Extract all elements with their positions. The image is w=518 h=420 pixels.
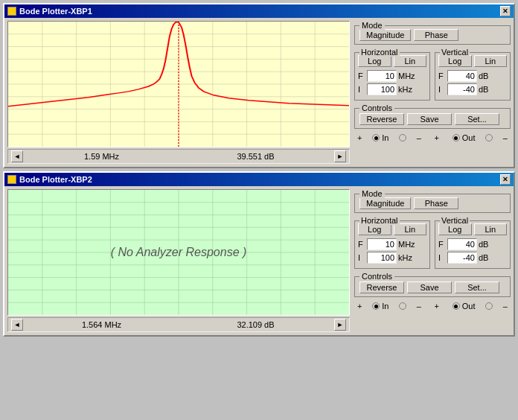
mode-label-xbp2: Mode [359,189,385,198]
save-button-xbp2[interactable]: Save [407,281,452,293]
h-f-label-xbp1: F [358,71,365,80]
in-minus-radio-xbp1 [399,134,406,141]
v-i-row-xbp2: I dB [438,252,507,264]
v-i-label-xbp1: I [438,85,446,94]
status-db-xbp2: 32.109 dB [180,320,331,329]
mode-buttons-xbp1: Magnitude Phase [359,29,505,41]
v-i-row-xbp1: I dB [438,83,507,95]
v-log-button-xbp2[interactable]: Log [438,223,472,235]
plot-canvas-xbp2: ( No Analyzer Response ) [7,189,350,316]
vertical-label-xbp2: Vertical [440,216,470,225]
plus-in-label-xbp2: + [357,302,362,311]
h-f-unit-xbp2: MHz [398,240,419,249]
hv-row-xbp1: Horizontal Log Lin F MHz I [354,48,511,101]
h-f-label-xbp2: F [358,240,365,249]
h-i-label-xbp1: I [358,85,365,94]
controls-buttons-xbp2: Reverse Save Set... [359,281,505,293]
magnitude-button-xbp2[interactable]: Magnitude [359,197,411,209]
h-i-input-xbp2[interactable] [367,252,397,264]
v-lin-button-xbp1[interactable]: Lin [474,55,508,67]
horizontal-buttons-xbp2: Log Lin [358,223,426,235]
title-bar-xbp2: Bode Plotter-XBP2 ✕ [4,173,514,186]
v-f-label-xbp2: F [438,240,446,249]
vertical-box-xbp1: Vertical Log Lin F dB I [435,52,511,101]
h-f-row-xbp2: F MHz [358,238,426,250]
h-lin-button-xbp2[interactable]: Lin [394,223,427,235]
out-radio-dot-xbp2[interactable] [453,302,460,310]
h-log-button-xbp2[interactable]: Log [358,223,391,235]
in-radio-dot-xbp2[interactable] [372,302,380,310]
close-button-xbp2[interactable]: ✕ [500,174,511,185]
left-arrow-xbp1[interactable]: ◄ [11,150,23,162]
controls-label-xbp1: Controls [359,104,394,112]
h-i-label-xbp2: I [358,253,365,262]
left-arrow-xbp2[interactable]: ◄ [11,319,23,331]
reverse-button-xbp1[interactable]: Reverse [359,113,404,125]
v-log-button-xbp1[interactable]: Log [438,55,472,67]
h-i-input-xbp1[interactable] [367,83,397,95]
window-icon-xbp2 [7,175,16,184]
reverse-button-xbp2[interactable]: Reverse [359,281,404,293]
minus-out-label-xbp2: – [503,302,508,311]
window-title-xbp2: Bode Plotter-XBP2 [19,175,92,184]
in-radio-dot-xbp1[interactable] [372,134,380,141]
window-title-xbp1: Bode Plotter-XBP1 [19,7,92,16]
vertical-box-xbp2: Vertical Log Lin F dB I [435,220,511,269]
h-i-unit-xbp2: kHz [398,253,419,262]
h-f-input-xbp2[interactable] [367,238,397,250]
io-row-xbp1: + In – + Out [354,132,511,144]
save-button-xbp1[interactable]: Save [407,113,452,125]
out-radio-xbp1: Out [453,133,476,142]
horizontal-label-xbp2: Horizontal [359,216,400,225]
phase-button-xbp2[interactable]: Phase [414,197,458,209]
title-bar-xbp1: Bode Plotter-XBP1 ✕ [4,4,514,18]
right-arrow-xbp1[interactable]: ► [334,150,346,162]
plot-canvas-xbp1 [7,21,350,147]
in-label-xbp2: In [382,302,388,311]
controls-panel-xbp1: Mode Magnitude Phase Horizontal Log Lin [354,21,511,164]
right-arrow-xbp2[interactable]: ► [334,319,346,331]
out-minus-radio-xbp2 [485,302,493,310]
mode-group-xbp2: Mode Magnitude Phase [354,194,511,213]
v-i-unit-xbp1: dB [479,85,499,94]
in-radio-xbp1: In [372,133,388,142]
out-radio-dot-xbp1[interactable] [453,134,460,141]
v-f-input-xbp2[interactable] [447,238,477,250]
v-lin-button-xbp2[interactable]: Lin [474,223,508,235]
controls-group-xbp2: Controls Reverse Save Set... [354,276,511,297]
close-button-xbp1[interactable]: ✕ [500,6,511,16]
v-f-row-xbp2: F dB [438,238,507,250]
status-freq-xbp2: 1.564 MHz [26,320,177,329]
controls-label-xbp2: Controls [359,272,394,281]
phase-button-xbp1[interactable]: Phase [414,29,458,41]
set-button-xbp1[interactable]: Set... [455,113,499,125]
v-i-input-xbp2[interactable] [447,252,477,264]
h-lin-button-xbp1[interactable]: Lin [394,55,427,67]
out-label-xbp1: Out [462,133,476,142]
mode-buttons-xbp2: Magnitude Phase [359,197,505,209]
in-minus-radio-dot-xbp2[interactable] [399,302,406,310]
status-db-xbp1: 39.551 dB [180,152,331,161]
io-row-xbp2: + In – + Out [354,300,511,312]
out-label-xbp2: Out [462,302,476,311]
v-f-unit-xbp2: dB [479,240,499,249]
controls-panel-xbp2: Mode Magnitude Phase Horizontal Log Lin [354,189,511,332]
magnitude-button-xbp1[interactable]: Magnitude [359,29,411,41]
out-minus-radio-dot-xbp2[interactable] [485,302,493,310]
horizontal-box-xbp2: Horizontal Log Lin F MHz I [354,220,430,269]
vertical-buttons-xbp2: Log Lin [438,223,507,235]
in-label-xbp1: In [382,133,388,142]
h-f-input-xbp1[interactable] [367,70,397,82]
no-response-text-xbp2: ( No Analyzer Response ) [111,246,247,259]
v-i-input-xbp1[interactable] [447,83,477,95]
h-log-button-xbp1[interactable]: Log [358,55,391,67]
minus-in-label-xbp1: – [417,133,421,142]
set-button-xbp2[interactable]: Set... [455,281,499,293]
out-minus-radio-xbp1 [485,134,493,141]
vertical-buttons-xbp1: Log Lin [438,55,507,67]
in-minus-radio-dot-xbp1[interactable] [399,134,406,141]
out-minus-radio-dot-xbp1[interactable] [485,134,493,141]
plot-svg-xbp1 [8,22,349,147]
window-xbp1: Bode Plotter-XBP1 ✕ [3,3,515,168]
v-f-input-xbp1[interactable] [447,70,477,82]
